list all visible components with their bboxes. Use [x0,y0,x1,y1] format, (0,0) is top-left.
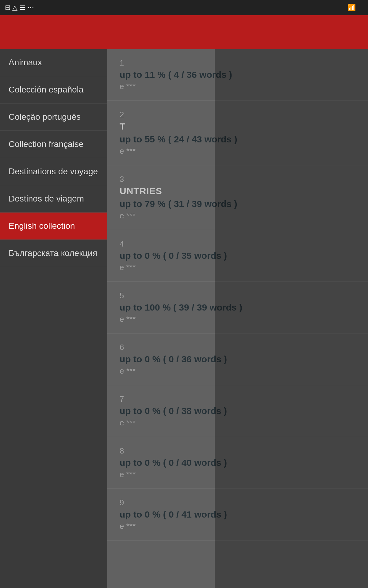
list-item[interactable]: 8up to 0 % ( 0 / 40 words )e *** [107,437,368,489]
list-item-title: UNTRIES [120,186,356,196]
app-bar [0,15,368,49]
list-item-subtitle: e *** [120,146,356,156]
drawer-item-label: Colección española [9,85,83,95]
list-item-subtitle: e *** [120,315,356,324]
list-item-number: 1 [120,58,356,68]
list-item-subtitle: e *** [120,522,356,531]
list-item-progress: up to 0 % ( 0 / 41 words ) [120,509,356,520]
list-item-title: T [120,121,356,132]
drawer-item-english-collection[interactable]: English collection [0,213,107,240]
drawer-item-label: English collection [9,221,75,231]
content-area[interactable]: 1up to 11 % ( 4 / 36 words )e ***2Tup to… [107,49,368,588]
main-layout: AnimauxColección españolaColeção portugu… [0,49,368,588]
wifi-icon: 📶 [347,4,356,12]
status-bar-left: ⊟ △ ☰ ⋯ [5,4,34,12]
drawer-item-label: Collection française [9,139,83,149]
list-item-progress: up to 0 % ( 0 / 40 words ) [120,458,356,468]
list-item-progress: up to 79 % ( 31 / 39 words ) [120,199,356,209]
list-item-progress: up to 0 % ( 0 / 38 words ) [120,406,356,416]
notification-icons: ⊟ △ ☰ ⋯ [5,4,34,12]
list-item-number: 5 [120,291,356,300]
drawer-item-animaux[interactable]: Animaux [0,49,107,76]
drawer-item-label: Destinos de viagem [9,194,84,204]
list-item[interactable]: 1up to 11 % ( 4 / 36 words )e *** [107,49,368,101]
list-item-subtitle: e *** [120,470,356,479]
list-item[interactable]: 6up to 0 % ( 0 / 36 words )e *** [107,334,368,385]
status-bar: ⊟ △ ☰ ⋯ 📶 [0,0,368,15]
list-item[interactable]: 2Tup to 55 % ( 24 / 43 words )e *** [107,101,368,165]
list-item-subtitle: e *** [120,211,356,221]
status-bar-right: 📶 [347,4,363,12]
list-item[interactable]: 7up to 0 % ( 0 / 38 words )e *** [107,385,368,437]
list-item-number: 2 [120,110,356,119]
list-item-subtitle: e *** [120,82,356,91]
list-item-progress: up to 0 % ( 0 / 36 words ) [120,354,356,364]
list-item-number: 4 [120,239,356,249]
list-item-number: 3 [120,175,356,184]
list-item-number: 7 [120,394,356,404]
drawer-item-label: Destinations de voyage [9,167,98,176]
list-item-subtitle: e *** [120,366,356,376]
list-item-progress: up to 0 % ( 0 / 35 words ) [120,251,356,261]
drawer-item-colección-española[interactable]: Colección española [0,76,107,104]
list-item[interactable]: 4up to 0 % ( 0 / 35 words )e *** [107,230,368,282]
drawer-item-label: Българската колекция [9,248,97,258]
list-item[interactable]: 5up to 100 % ( 39 / 39 words )e *** [107,282,368,334]
drawer-item-label: Coleção português [9,112,81,122]
drawer-item-destinations-de-voyage[interactable]: Destinations de voyage [0,158,107,185]
list-item[interactable]: 9up to 0 % ( 0 / 41 words )e *** [107,489,368,541]
list-item-subtitle: e *** [120,263,356,272]
list-item-progress: up to 55 % ( 24 / 43 words ) [120,134,356,145]
list-item-number: 9 [120,498,356,507]
list-item-progress: up to 11 % ( 4 / 36 words ) [120,70,356,80]
list-item-number: 8 [120,446,356,456]
list-item-number: 6 [120,343,356,352]
list-item-subtitle: e *** [120,418,356,428]
drawer-item-label: Animaux [9,58,42,67]
drawer-item-българската-колекция[interactable]: Българската колекция [0,240,107,267]
drawer-item-destinos-de-viagem[interactable]: Destinos de viagem [0,185,107,213]
list-item[interactable]: 3UNTRIESup to 79 % ( 31 / 39 words )e **… [107,165,368,230]
drawer-item-coleção-português[interactable]: Coleção português [0,104,107,131]
drawer-item-collection-française[interactable]: Collection française [0,131,107,158]
list-item-progress: up to 100 % ( 39 / 39 words ) [120,302,356,313]
navigation-drawer: AnimauxColección españolaColeção portugu… [0,49,107,588]
